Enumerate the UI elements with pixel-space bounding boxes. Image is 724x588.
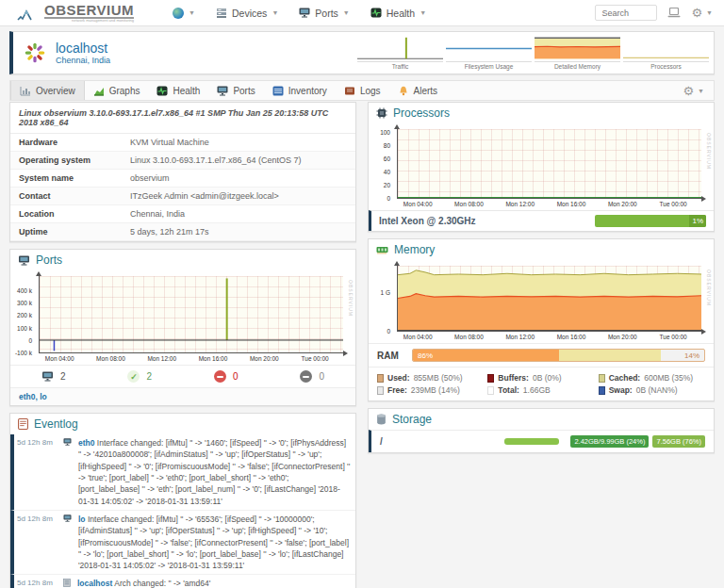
- ram-row: RAM 86% 14%: [369, 343, 714, 367]
- memory-panel: Memory 1 G0 Mon 04:00Mon 08:00Mon 12:00M…: [368, 238, 715, 401]
- chevron-down-icon: ▼: [706, 9, 713, 16]
- event-age: 5d 12h 8m: [17, 578, 57, 587]
- storage-panel: Storage / 2.42GB/9.99GB (24%) 7.56GB (76…: [368, 408, 715, 453]
- ports-icon: [299, 8, 310, 18]
- storage-free-badge: 7.56GB (76%): [652, 435, 705, 448]
- ports-total[interactable]: 2: [10, 370, 97, 383]
- count: 2: [60, 371, 66, 382]
- panel-title: Eventlog: [34, 417, 78, 431]
- global-menu[interactable]: ▼: [162, 0, 206, 26]
- cpu-link[interactable]: Intel Xeon @ 2.30GHz: [379, 216, 476, 226]
- menu-ports[interactable]: Ports ▼: [288, 0, 359, 26]
- inventory-icon: [272, 86, 284, 96]
- menu-label: Health: [387, 8, 415, 19]
- panel-title: Memory: [394, 243, 435, 256]
- minigraph-label: Processors: [623, 61, 709, 70]
- device-header: localhost Chennai, India Traffic Filesys…: [9, 31, 715, 74]
- legend-cached: Cached:600MB (35%): [599, 373, 705, 383]
- x-axis: Mon 04:00Mon 08:00Mon 12:00Mon 16:00Mon …: [397, 201, 701, 209]
- menu-devices[interactable]: Devices ▼: [206, 0, 288, 26]
- gear-icon: ⚙: [683, 85, 694, 97]
- tab-label: Graphs: [109, 86, 140, 96]
- tab-logs[interactable]: Logs: [336, 81, 389, 100]
- storage-usage-bar: [504, 438, 559, 445]
- table-row: HardwareKVM Virtual Machine: [10, 134, 355, 152]
- port-links[interactable]: eth0, lo: [10, 387, 355, 405]
- event-age: 5d 12h 8m: [17, 514, 57, 523]
- settings-menu[interactable]: ⚙ ▼: [691, 7, 713, 19]
- ports-disabled[interactable]: 0: [270, 370, 356, 383]
- ram-free-percent: 14%: [684, 351, 699, 360]
- chevron-down-icon: ▼: [189, 9, 195, 16]
- minus-circle-red-icon: [214, 370, 226, 383]
- brand-name: OBSERVIUM: [44, 3, 134, 19]
- processor-icon: [376, 107, 387, 119]
- event-entity-link[interactable]: localhost: [77, 579, 112, 588]
- buffers-swatch: [487, 374, 494, 383]
- device-location: Chennai, India: [56, 56, 110, 65]
- memory-graph[interactable]: 1 G0 Mon 04:00Mon 08:00Mon 12:00Mon 16:0…: [369, 260, 714, 343]
- health-icon: [156, 86, 168, 96]
- menu-health[interactable]: Health ▼: [360, 0, 436, 26]
- tab-ports[interactable]: Ports: [208, 81, 263, 100]
- tab-label: Ports: [233, 86, 255, 96]
- legend-buffers: Buffers:0B (0%): [487, 373, 594, 383]
- ports-graph[interactable]: 400 k300 k200 k100 k0-100 k Mon 04:00Mon…: [10, 270, 355, 365]
- plot-area: [397, 266, 701, 332]
- laptop-icon[interactable]: [667, 8, 681, 18]
- event-entity-link[interactable]: lo: [78, 514, 86, 524]
- chevron-down-icon: ▼: [420, 9, 426, 16]
- ports-down[interactable]: 0: [183, 370, 270, 383]
- tab-settings-menu[interactable]: ⚙ ▼: [673, 81, 714, 100]
- health-icon: [370, 8, 382, 18]
- minigraph-label: Filesystem Usage: [446, 61, 532, 70]
- device-identity[interactable]: localhost Chennai, India: [13, 41, 221, 66]
- tab-label: Alerts: [414, 86, 438, 96]
- cached-swatch: [599, 374, 605, 383]
- minigraph-processors[interactable]: Processors: [623, 36, 709, 70]
- ports-up[interactable]: ✓ 2: [97, 370, 184, 383]
- tab-inventory[interactable]: Inventory: [264, 81, 336, 100]
- tab-health[interactable]: Health: [148, 81, 208, 100]
- ram-used-percent: 86%: [418, 351, 433, 360]
- tab-overview[interactable]: Overview: [10, 81, 85, 100]
- globe-icon: [173, 8, 184, 19]
- tab-graphs[interactable]: Graphs: [85, 81, 149, 100]
- used-swatch: [377, 374, 384, 383]
- tab-alerts[interactable]: Alerts: [389, 81, 447, 100]
- minigraph-filesystem[interactable]: Filesystem Usage: [446, 36, 532, 70]
- processors-panel: Processors 100806040200 Mon 04:00Mon 08:…: [368, 102, 715, 232]
- right-column: Processors 100806040200 Mon 04:00Mon 08:…: [368, 102, 715, 588]
- minigraph-memory[interactable]: Detailed Memory: [535, 36, 620, 70]
- event-message: lo Interface changed: [ifMtu] '' -> '655…: [78, 514, 351, 572]
- device-name[interactable]: localhost: [56, 41, 110, 57]
- graph-signature: OBSERVIUM: [706, 133, 712, 170]
- left-column: Linux observium 3.10.0-693.17.1.el7.x86_…: [9, 102, 356, 588]
- minigraph-label: Traffic: [357, 61, 443, 70]
- mountpoint-link[interactable]: /: [380, 436, 383, 447]
- memory-sparkline: [535, 36, 620, 61]
- chevron-down-icon: ▼: [698, 88, 704, 94]
- ram-label: RAM: [377, 351, 403, 361]
- observium-logo[interactable]: OBSERVIUM network management and monitor…: [17, 3, 134, 23]
- overview-icon: [20, 86, 31, 96]
- tab-label: Inventory: [288, 86, 327, 96]
- y-axis: 100806040200: [369, 129, 394, 199]
- cpu-usage-percent: 1%: [689, 215, 706, 227]
- minigraph-traffic[interactable]: Traffic: [357, 36, 443, 70]
- table-row: Operating systemLinux 3.10.0-693.17.1.el…: [10, 152, 355, 170]
- plot-area: [397, 129, 701, 199]
- minus-circle-gray-icon: [300, 370, 312, 383]
- graph-signature: OBSERVIUM: [706, 270, 712, 306]
- x-axis: Mon 04:00Mon 08:00Mon 12:00Mon 16:00Mon …: [397, 334, 701, 342]
- count: 0: [319, 371, 324, 382]
- event-entity-link[interactable]: eth0: [78, 438, 94, 448]
- ports-icon: [18, 255, 30, 266]
- memory-legend: Used:855MB (50%) Buffers:0B (0%) Cached:…: [369, 367, 714, 400]
- table-row: LocationChennai, India: [10, 205, 355, 223]
- panel-title: Ports: [36, 253, 62, 267]
- search-input[interactable]: [595, 5, 657, 21]
- processors-graph[interactable]: 100806040200 Mon 04:00Mon 08:00Mon 12:00…: [369, 123, 714, 210]
- port-status-summary: 2 ✓ 2 0 0: [10, 365, 355, 387]
- y-axis: 1 G0: [369, 266, 394, 332]
